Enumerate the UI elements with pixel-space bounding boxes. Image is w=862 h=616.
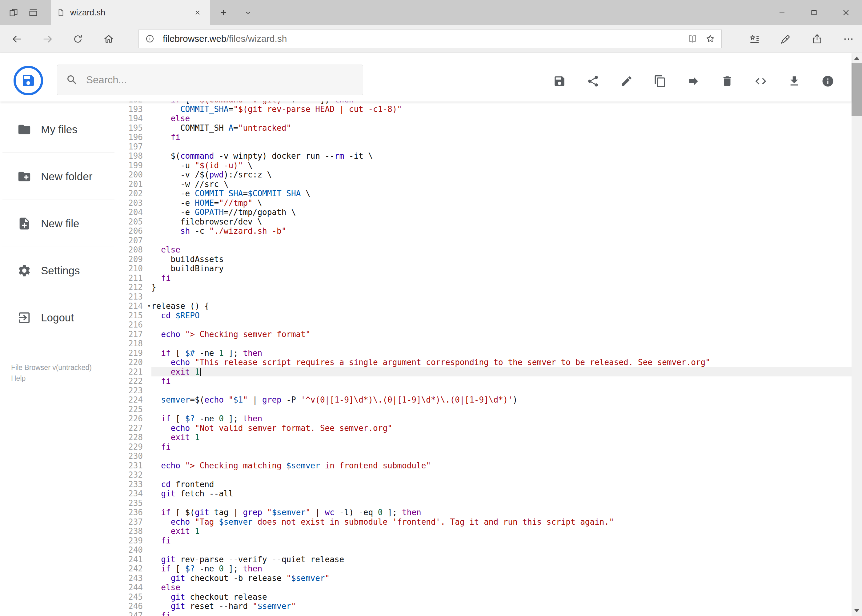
code-line[interactable]: 201 -w //src \ <box>123 179 851 189</box>
code-line[interactable]: 245 git checkout release <box>123 592 851 602</box>
new-tab-button[interactable] <box>210 0 237 25</box>
fold-marker-icon[interactable]: ▾ <box>147 301 151 311</box>
code-line[interactable]: 242 if [ $? -ne 0 ]; then <box>123 564 851 574</box>
info-button[interactable] <box>819 72 837 90</box>
code-line[interactable]: 226 if [ $? -ne 0 ]; then <box>123 414 851 423</box>
code-line[interactable]: 218 <box>123 339 851 349</box>
code-line[interactable]: 243 git checkout -b release "$semver" <box>123 574 851 583</box>
reading-view-button[interactable] <box>686 32 699 46</box>
code-line[interactable]: 215 cd $REPO <box>123 311 851 321</box>
code-line[interactable]: 238 exit 1 <box>123 526 851 536</box>
code-line[interactable]: 209 buildAssets <box>123 255 851 264</box>
code-line[interactable]: 244 else <box>123 583 851 592</box>
code-line[interactable]: 228 exit 1 <box>123 433 851 442</box>
minimize-button[interactable] <box>766 0 798 25</box>
code-line[interactable]: 200 -v /$(pwd):/src:z \ <box>123 170 851 179</box>
code-line[interactable]: 241 git rev-parse --verify --quiet relea… <box>123 555 851 564</box>
back-button[interactable] <box>7 30 27 49</box>
code-line[interactable]: 227 echo "Not valid semver format. See s… <box>123 423 851 433</box>
copy-button[interactable] <box>651 72 669 90</box>
code-line[interactable]: 194 else <box>123 114 851 123</box>
code-line[interactable]: 219 if [ $# -ne 1 ]; then <box>123 349 851 358</box>
code-line[interactable]: 199 -u "$(id -u)" \ <box>123 161 851 170</box>
code-line[interactable]: 225 <box>123 405 851 414</box>
code-line[interactable]: 212} <box>123 283 851 292</box>
home-button[interactable] <box>99 30 118 49</box>
code-line[interactable]: 236 if [ $(git tag | grep "$semver" | wc… <box>123 508 851 517</box>
code-line[interactable]: 223 <box>123 386 851 396</box>
code-line[interactable]: 196 fi <box>123 132 851 142</box>
code-line[interactable]: 207 <box>123 236 851 245</box>
code-line[interactable]: 222 fi <box>123 376 851 386</box>
tab-list-dropdown-button[interactable] <box>237 0 259 25</box>
download-button[interactable] <box>785 72 804 90</box>
search-input[interactable]: Search... <box>57 64 363 95</box>
code-line[interactable]: 211 fi <box>123 273 851 283</box>
sidebar-item-my-files[interactable]: My files <box>0 106 123 153</box>
code-line[interactable]: 247 fi <box>123 611 851 616</box>
sidebar-item-new-file[interactable]: New file <box>0 200 123 247</box>
source-code-button[interactable] <box>752 72 770 90</box>
code-line[interactable]: 240 <box>123 545 851 555</box>
code-line[interactable]: 217 echo "> Checking semver format" <box>123 330 851 339</box>
code-line[interactable]: 197 <box>123 142 851 152</box>
code-line[interactable]: 235 <box>123 498 851 508</box>
move-button[interactable] <box>684 72 703 90</box>
more-menu-button[interactable] <box>839 30 858 49</box>
code-line[interactable]: 198 $(command -v winpty) docker run --rm… <box>123 151 851 161</box>
code-line[interactable]: 234 git fetch --all <box>123 489 851 498</box>
code-line[interactable]: 192 if [ "$(command -v git)" != "" ]; th… <box>123 102 851 105</box>
code-line[interactable]: 232 <box>123 470 851 480</box>
code-line[interactable]: 246 git reset --hard "$semver" <box>123 602 851 611</box>
sidebar-item-new-folder[interactable]: New folder <box>0 153 123 200</box>
code-line[interactable]: 216 <box>123 320 851 330</box>
code-line[interactable]: 233 cd frontend <box>123 480 851 489</box>
close-window-button[interactable] <box>830 0 862 25</box>
code-line[interactable]: 231 echo "> Checking matching $semver in… <box>123 461 851 470</box>
help-link[interactable]: Help <box>11 373 92 384</box>
code-line[interactable]: 205 filebrowser/dev \ <box>123 217 851 227</box>
code-text: fi <box>151 536 851 545</box>
code-line[interactable]: 195 COMMIT_SH A="untracked" <box>123 123 851 133</box>
edit-button[interactable] <box>617 72 636 90</box>
code-line[interactable]: 193 COMMIT_SHA="$(git rev-parse HEAD | c… <box>123 105 851 114</box>
code-line[interactable]: 204 -e GOPATH=//tmp/gopath \ <box>123 207 851 217</box>
sidebar-item-settings[interactable]: Settings <box>0 247 123 294</box>
share-page-button[interactable] <box>807 30 827 49</box>
favorite-button[interactable] <box>703 32 717 46</box>
set-tabs-aside-button[interactable] <box>4 0 24 25</box>
code-line[interactable]: 239 fi <box>123 536 851 545</box>
code-line[interactable]: 214▾release () { <box>123 302 851 311</box>
scroll-up-button[interactable] <box>851 53 862 63</box>
refresh-button[interactable] <box>68 30 87 49</box>
delete-button[interactable] <box>718 72 736 90</box>
code-line[interactable]: 221 exit 1 <box>123 367 851 377</box>
code-line[interactable]: 210 buildBinary <box>123 264 851 273</box>
web-note-button[interactable] <box>776 30 795 49</box>
code-line[interactable]: 206 sh -c "./wizard.sh -b" <box>123 226 851 236</box>
address-bar[interactable]: filebrowser.web/files/wizard.sh <box>139 29 722 48</box>
sidebar-item-logout[interactable]: Logout <box>0 294 123 341</box>
site-info-icon[interactable] <box>143 32 157 46</box>
code-line[interactable]: 230 <box>123 451 851 461</box>
code-line[interactable]: 203 -e HOME="//tmp" \ <box>123 198 851 208</box>
code-line[interactable]: 213 <box>123 292 851 302</box>
code-editor[interactable]: 192 if [ "$(command -v git)" != "" ]; th… <box>123 102 851 616</box>
tab-preview-button[interactable] <box>24 0 43 25</box>
code-line[interactable]: 229 fi <box>123 442 851 452</box>
maximize-button[interactable] <box>798 0 830 25</box>
code-line[interactable]: 220 echo "This release script requires a… <box>123 358 851 367</box>
browser-tab[interactable]: wizard.sh <box>51 0 210 25</box>
scroll-down-button[interactable] <box>851 605 862 616</box>
code-line[interactable]: 202 -e COMMIT_SHA=$COMMIT_SHA \ <box>123 189 851 198</box>
forward-button[interactable] <box>38 30 57 49</box>
code-line[interactable]: 224 semver=$(echo "$1" | grep -P '^v(0|[… <box>123 395 851 405</box>
scroll-thumb[interactable] <box>851 63 862 116</box>
tab-close-button[interactable] <box>191 6 204 19</box>
code-line[interactable]: 237 echo "Tag $semver does not exist in … <box>123 517 851 527</box>
filebrowser-logo[interactable] <box>14 66 43 95</box>
hub-button[interactable] <box>745 30 764 49</box>
share-button[interactable] <box>584 72 602 90</box>
code-line[interactable]: 208 else <box>123 245 851 255</box>
save-button[interactable] <box>550 72 569 90</box>
